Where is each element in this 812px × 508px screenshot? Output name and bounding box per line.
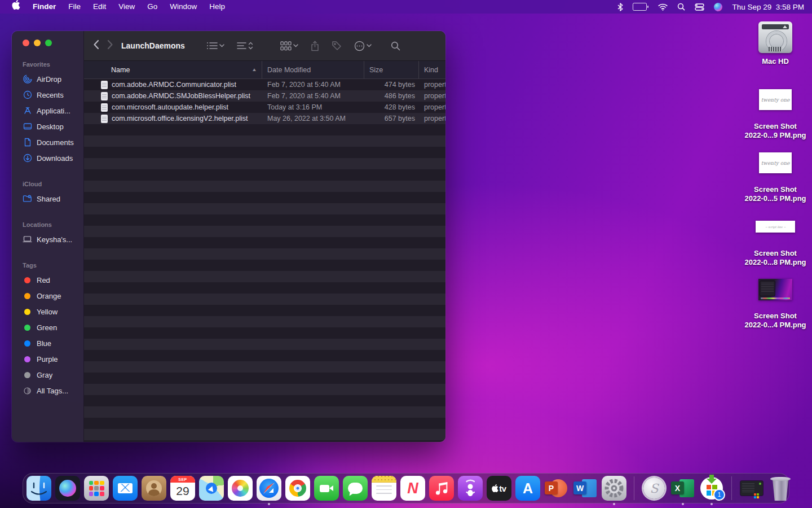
sidebar-all-tags[interactable]: All Tags... [23, 383, 83, 398]
view-options-button[interactable] [206, 41, 224, 50]
laptop-icon [23, 235, 32, 244]
sidebar-item-shared[interactable]: Shared [23, 191, 83, 207]
dock-music-icon[interactable] [429, 476, 454, 501]
document-icon [23, 138, 32, 147]
sidebar-tag-red[interactable]: Red [23, 272, 83, 288]
battery-icon[interactable] [633, 3, 648, 11]
dock-system-preferences-icon[interactable] [602, 476, 626, 501]
dock-news-icon[interactable]: N [400, 476, 425, 501]
tag-button[interactable] [332, 41, 342, 51]
dock-calendar-icon[interactable]: SEP 29 [170, 476, 195, 501]
dock-sgear-utility-icon[interactable]: S [642, 476, 667, 501]
dock-messages-icon[interactable] [343, 476, 368, 501]
menu-bar-clock[interactable]: Thu Sep 29 3:58 PM [732, 3, 804, 11]
desktop-icon-screenshot-1[interactable]: twenty one Screen Shot2022-0...9 PM.png [742, 89, 809, 140]
running-indicator [710, 503, 713, 505]
column-header-kind[interactable]: Kind [419, 61, 445, 78]
dock-appstore-icon[interactable]: A [515, 476, 540, 501]
desktop-icon-screenshot-4[interactable]: Screen Shot2022-0...4 PM.png [742, 279, 809, 330]
sidebar-item-label: Keysha's... [37, 235, 72, 244]
menu-go[interactable]: Go [141, 0, 164, 14]
column-header-name[interactable]: Name ▲ [84, 61, 262, 78]
wifi-icon[interactable] [658, 3, 668, 11]
desktop-icon-mac-hd[interactable]: Mac HD [742, 21, 809, 66]
sidebar-item-desktop[interactable]: Desktop [23, 119, 83, 134]
desktop-icon-screenshot-3[interactable]: ~ script line ~ Screen Shot2022-0...8 PM… [742, 221, 809, 267]
column-header-date-modified[interactable]: Date Modified [262, 61, 364, 78]
desktop-icon-screenshot-2[interactable]: twenty one Screen Shot2022-0...5 PM.png [742, 152, 809, 203]
sidebar-item-documents[interactable]: Documents [23, 134, 83, 150]
menu-view[interactable]: View [112, 0, 141, 14]
dock-siri-icon[interactable] [55, 476, 80, 501]
group-button[interactable] [280, 41, 298, 51]
menu-window[interactable]: Window [164, 0, 203, 14]
running-indicator [613, 503, 615, 505]
file-name: com.adobe.ARMDC.SMJobBlessHelper.plist [112, 92, 250, 100]
sidebar-item-label: All Tags... [37, 387, 68, 395]
close-button[interactable] [23, 40, 29, 46]
sidebar-tag-purple[interactable]: Purple [23, 351, 83, 367]
file-row[interactable]: com.microsoft.office.licensingV2.helper.… [84, 113, 445, 124]
dock-excel-icon[interactable]: X [670, 476, 695, 501]
running-indicator [682, 503, 684, 505]
file-row[interactable]: com.adobe.ARMDC.SMJobBlessHelper.plist F… [84, 90, 445, 102]
file-kind: propert [419, 115, 445, 122]
sidebar-item-recents[interactable]: Recents [23, 87, 83, 103]
sidebar-tag-green[interactable]: Green [23, 319, 83, 335]
forward-button[interactable] [107, 40, 113, 52]
sidebar-item-keyshas-mac[interactable]: Keysha's... [23, 231, 83, 247]
all-tags-icon [23, 386, 32, 396]
dock-powerpoint-icon[interactable]: P [544, 476, 569, 501]
shared-folder-icon [23, 194, 32, 204]
sidebar-item-label: Recents [37, 91, 64, 99]
dock-trash-icon[interactable] [768, 476, 793, 501]
menu-finder[interactable]: Finder [27, 0, 62, 14]
sidebar-tag-gray[interactable]: Gray [23, 367, 83, 383]
sidebar-item-downloads[interactable]: Downloads [23, 150, 83, 166]
search-button[interactable] [391, 41, 400, 51]
dock-minimized-window-thumbnail[interactable] [739, 476, 764, 501]
siri-icon[interactable] [714, 3, 722, 11]
file-row[interactable]: com.microsoft.autoupdate.helper.plist To… [84, 102, 445, 113]
dock-facetime-icon[interactable] [314, 476, 339, 501]
file-row[interactable]: com.adobe.ARMDC.Communicator.plist Feb 7… [84, 79, 445, 90]
dock-maps-icon[interactable] [199, 476, 224, 501]
desktop-icon-label: Screen Shot2022-0...4 PM.png [744, 312, 806, 330]
zoom-button[interactable] [45, 40, 52, 46]
share-button[interactable] [311, 41, 319, 51]
tag-label: Orange [37, 292, 61, 300]
more-actions-button[interactable] [354, 41, 372, 51]
column-header-size[interactable]: Size [364, 61, 419, 78]
running-indicator [268, 503, 270, 505]
dock-podcasts-icon[interactable] [458, 476, 483, 501]
bluetooth-icon[interactable] [617, 3, 623, 11]
dock-microsoft-autoupdate-icon[interactable]: 1 [699, 476, 724, 501]
sidebar-item-airdrop[interactable]: AirDrop [23, 71, 83, 87]
menu-file[interactable]: File [62, 0, 87, 14]
sidebar-item-applications[interactable]: Applicati... [23, 103, 83, 119]
dock-mail-icon[interactable] [113, 476, 138, 501]
dock-appletv-icon[interactable]: tv [487, 476, 511, 501]
dock-contacts-icon[interactable] [142, 476, 166, 501]
sort-button[interactable] [237, 41, 253, 50]
dock-chrome-icon[interactable] [285, 476, 310, 501]
sidebar-tag-yellow[interactable]: Yellow [23, 304, 83, 319]
menu-help[interactable]: Help [203, 0, 231, 14]
sidebar-tag-orange[interactable]: Orange [23, 288, 83, 304]
spotlight-search-icon[interactable] [677, 3, 685, 11]
dock-launchpad-icon[interactable] [84, 476, 109, 501]
dock-word-icon[interactable]: W [573, 476, 598, 501]
dock-safari-icon[interactable] [257, 476, 281, 501]
dock-finder-icon[interactable] [27, 476, 51, 501]
minimize-button[interactable] [34, 40, 41, 46]
dock-notes-icon[interactable] [372, 476, 396, 501]
file-date-modified: May 26, 2022 at 3:50 AM [262, 115, 364, 122]
control-center-icon[interactable] [695, 3, 704, 11]
menu-edit[interactable]: Edit [87, 0, 112, 14]
dock-photos-icon[interactable] [228, 476, 253, 501]
back-button[interactable] [93, 40, 99, 52]
powerpoint-letter: P [545, 481, 558, 494]
apple-menu[interactable] [6, 0, 27, 14]
applications-icon [23, 106, 32, 116]
sidebar-tag-blue[interactable]: Blue [23, 335, 83, 351]
